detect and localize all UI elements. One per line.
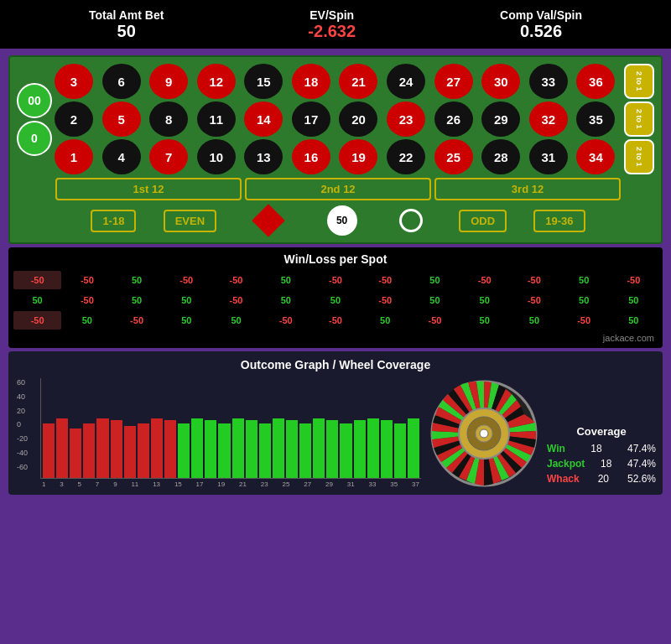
bar-19 [286,420,298,478]
red-diamond[interactable] [252,204,286,237]
num-36[interactable]: 36 [576,64,615,99]
wl-r2c6: 50 [262,291,309,309]
ev-spin-section: EV/Spin -2.632 [308,8,356,41]
bar-4 [83,423,95,478]
num-14[interactable]: 14 [244,101,283,137]
num-33[interactable]: 33 [529,64,568,99]
wl-r2c12: 50 [560,291,608,309]
roulette-wheel [429,379,538,488]
num-25[interactable]: 25 [434,139,473,174]
num-32[interactable]: 32 [529,101,568,137]
num-17[interactable]: 17 [292,101,330,137]
second-dozen[interactable]: 2nd 12 [245,178,431,200]
num-30[interactable]: 30 [481,64,520,99]
num-34[interactable]: 34 [576,139,615,174]
bet-1-18[interactable]: 1-18 [91,210,136,232]
wl-r3c7: -50 [311,311,359,330]
ev-spin-value: -2.632 [308,22,356,41]
wl-r2c2: -50 [63,291,111,309]
num-21[interactable]: 21 [339,64,377,99]
two-to-one-col: 2 to 1 2 to 1 2 to 1 [624,64,654,174]
number-grid: 3 6 9 12 15 18 21 24 27 30 33 36 2 5 8 1… [55,64,622,174]
num-8[interactable]: 8 [149,101,188,137]
bar-11 [178,423,190,478]
wl-r1c7: -50 [311,271,359,289]
num-5[interactable]: 5 [102,101,141,137]
third-dozen[interactable]: 3rd 12 [434,178,621,200]
wl-r3c11: 50 [510,311,558,330]
bet-even[interactable]: EVEN [164,210,216,232]
bet-odd[interactable]: ODD [459,210,507,232]
wl-r1c1: -50 [13,271,61,289]
bar-12 [191,418,203,478]
wl-r3c4: 50 [163,311,211,330]
bar-5 [96,418,108,478]
num-29[interactable]: 29 [481,101,520,137]
bottom-bets: 1-18 EVEN 50 ODD 19-36 [17,205,654,236]
bar-25 [367,418,379,478]
num-13[interactable]: 13 [244,139,283,174]
win-loss-section: Win/Loss per Spot -50 -50 50 -50 -50 50 … [8,247,663,348]
two-to-one-top[interactable]: 2 to 1 [624,64,654,99]
coverage-jackpot-count: 18 [601,458,611,470]
num-2[interactable]: 2 [55,101,93,137]
num-24[interactable]: 24 [387,64,425,99]
num-9[interactable]: 9 [149,64,188,99]
bet-19-36[interactable]: 19-36 [533,210,585,232]
bar-20 [299,423,311,478]
coverage-title: Coverage [547,425,656,438]
num-22[interactable]: 22 [387,139,425,174]
num-6[interactable]: 6 [102,64,141,99]
two-to-one-bot[interactable]: 2 to 1 [624,139,654,174]
bar-15 [232,418,244,478]
total-amt-bet-value: 50 [89,22,164,41]
comp-val-label: Comp Val/Spin [500,8,582,22]
num-18[interactable]: 18 [292,64,330,99]
win-loss-title: Win/Loss per Spot [13,252,658,266]
bar-6 [111,420,122,478]
bar-28 [408,418,419,478]
bar-26 [381,420,393,478]
coverage-jackpot-row: Jackpot 18 47.4% [547,458,656,470]
num-15[interactable]: 15 [244,64,283,99]
coverage-whack-row: Whack 20 52.6% [547,473,656,485]
chip-50[interactable]: 50 [327,205,357,236]
wl-r2c3: 50 [112,291,160,309]
num-23[interactable]: 23 [387,101,425,137]
num-31[interactable]: 31 [529,139,568,174]
num-12[interactable]: 12 [197,64,236,99]
bar-24 [354,420,366,478]
zero-00[interactable]: 00 [17,83,52,118]
bar-17 [259,423,271,478]
total-amt-bet-section: Total Amt Bet 50 [89,8,164,41]
wl-r1c12: 50 [560,271,608,289]
bar-23 [340,423,351,478]
coverage-win-row: Win 18 47.4% [547,443,656,454]
bar-9 [151,418,163,478]
two-to-one-mid[interactable]: 2 to 1 [624,101,654,137]
bar-chart-wrapper: 6040200-20-40-60 [40,378,421,488]
bar-14 [218,423,230,478]
num-26[interactable]: 26 [434,101,473,137]
wl-r1c6: 50 [262,271,309,289]
zero-0[interactable]: 0 [17,121,52,156]
num-28[interactable]: 28 [481,139,520,174]
num-4[interactable]: 4 [102,139,141,174]
wl-r1c13: -50 [610,271,658,289]
first-dozen[interactable]: 1st 12 [55,178,242,200]
num-3[interactable]: 3 [55,64,93,99]
num-20[interactable]: 20 [339,101,377,137]
num-19[interactable]: 19 [339,139,377,174]
num-27[interactable]: 27 [434,64,473,99]
comp-val-value: 0.526 [500,22,582,41]
coverage-win-count: 18 [590,443,601,454]
num-1[interactable]: 1 [55,139,93,174]
bar-8 [138,423,149,478]
num-35[interactable]: 35 [576,101,615,137]
outcome-section: Outcome Graph / Wheel Coverage 6040200-2… [8,351,663,495]
num-16[interactable]: 16 [292,139,330,174]
num-11[interactable]: 11 [197,101,236,137]
num-7[interactable]: 7 [149,139,188,174]
num-10[interactable]: 10 [197,139,236,174]
wl-r3c1: -50 [13,311,61,330]
